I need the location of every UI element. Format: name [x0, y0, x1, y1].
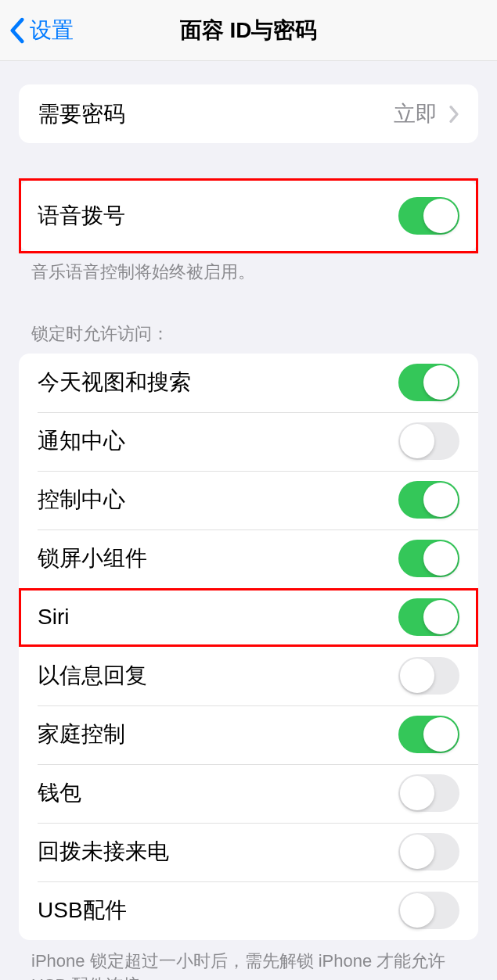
- lock-access-row: 通知中心: [19, 412, 478, 471]
- switch-knob: [423, 483, 458, 517]
- voice-dial-switch[interactable]: [398, 197, 459, 235]
- lock-access-item-label: 锁屏小组件: [38, 544, 147, 573]
- lock-access-switch[interactable]: [398, 892, 459, 929]
- lock-access-list: 今天视图和搜索通知中心控制中心锁屏小组件Siri以信息回复家庭控制钱包回拨未接来…: [19, 354, 478, 940]
- lock-access-switch[interactable]: [398, 598, 459, 636]
- switch-knob: [423, 541, 458, 576]
- require-passcode-value: 立即: [394, 99, 438, 129]
- switch-knob: [400, 659, 434, 693]
- back-label: 设置: [30, 16, 74, 45]
- lock-access-switch[interactable]: [398, 774, 459, 812]
- page-title: 面容 ID与密码: [0, 16, 497, 45]
- lock-access-row: 钱包: [19, 764, 478, 823]
- lock-access-row: 今天视图和搜索: [19, 354, 478, 412]
- switch-knob: [423, 600, 458, 634]
- lock-access-switch[interactable]: [398, 364, 459, 401]
- voice-dial-label: 语音拨号: [38, 201, 125, 231]
- switch-knob: [400, 776, 434, 810]
- lock-access-row: Siri: [19, 588, 478, 647]
- lock-access-item-label: 以信息回复: [38, 661, 147, 691]
- lock-access-row: USB配件: [19, 881, 478, 940]
- lock-access-item-label: USB配件: [38, 896, 127, 925]
- lock-access-item-label: 回拨未接来电: [38, 837, 169, 867]
- lock-access-switch[interactable]: [398, 716, 459, 753]
- switch-knob: [423, 717, 458, 752]
- lock-access-switch[interactable]: [398, 540, 459, 577]
- lock-access-item-label: Siri: [38, 605, 69, 630]
- lock-access-item-label: 控制中心: [38, 485, 125, 515]
- back-button[interactable]: 设置: [9, 16, 74, 45]
- switch-knob: [400, 893, 434, 928]
- lock-access-item-label: 钱包: [38, 778, 81, 808]
- lock-access-row: 以信息回复: [19, 647, 478, 705]
- lock-access-switch[interactable]: [398, 481, 459, 519]
- lock-access-footer: iPhone 锁定超过一小时后，需先解锁 iPhone 才能允许USB 配件连接…: [0, 940, 497, 980]
- voice-dial-row: 语音拨号: [19, 181, 478, 251]
- lock-access-item-label: 家庭控制: [38, 720, 125, 749]
- chevron-left-icon: [9, 17, 25, 44]
- require-passcode-row[interactable]: 需要密码 立即: [19, 84, 478, 143]
- navigation-bar: 设置 面容 ID与密码: [0, 0, 497, 61]
- chevron-right-icon: [448, 105, 459, 124]
- lock-access-row: 家庭控制: [19, 705, 478, 764]
- lock-access-row: 锁屏小组件: [19, 529, 478, 588]
- require-passcode-detail: 立即: [394, 99, 459, 129]
- switch-knob: [400, 835, 434, 869]
- lock-access-row: 回拨未接来电: [19, 823, 478, 881]
- switch-knob: [400, 424, 434, 458]
- voice-dial-footer: 音乐语音控制将始终被启用。: [0, 251, 497, 285]
- require-passcode-label: 需要密码: [38, 99, 125, 129]
- switch-knob: [423, 365, 458, 400]
- lock-access-row: 控制中心: [19, 471, 478, 529]
- lock-access-switch[interactable]: [398, 422, 459, 460]
- switch-knob: [423, 199, 458, 233]
- lock-access-switch[interactable]: [398, 657, 459, 695]
- lock-access-switch[interactable]: [398, 833, 459, 871]
- lock-access-header: 锁定时允许访问：: [0, 322, 497, 354]
- lock-access-item-label: 通知中心: [38, 426, 125, 456]
- lock-access-item-label: 今天视图和搜索: [38, 368, 191, 397]
